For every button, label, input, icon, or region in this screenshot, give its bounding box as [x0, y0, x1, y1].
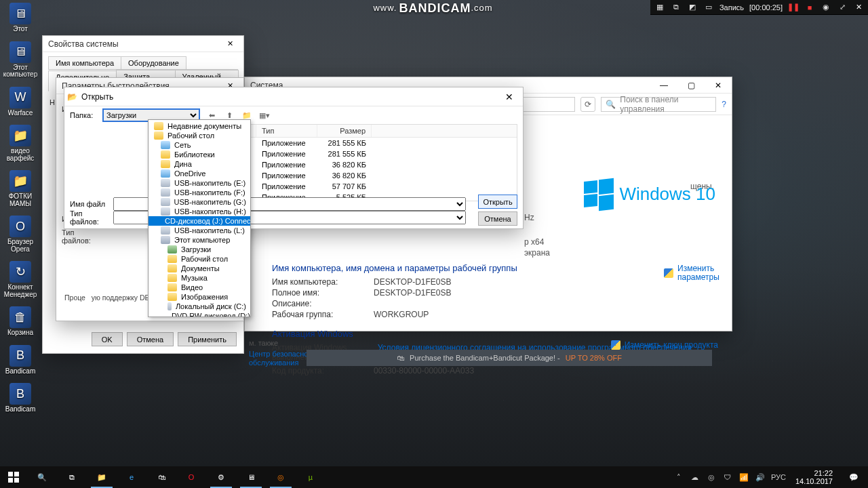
desktop-icon[interactable]: 📁видео варфейс: [5, 125, 35, 162]
tree-item-label: USB-накопитель (H:): [174, 207, 246, 216]
promo-cart-icon: 🛍: [397, 354, 404, 362]
tray-lang[interactable]: РУС: [771, 472, 786, 483]
folder-icon: [167, 255, 177, 263]
bandicam-game-icon[interactable]: ◩: [687, 2, 698, 13]
bandicam-fps-icon[interactable]: ▦: [654, 2, 665, 13]
icon-label: Браузер Opera: [5, 239, 35, 253]
bandicam-device-icon[interactable]: ▭: [703, 2, 714, 13]
views-icon[interactable]: ▦▾: [258, 109, 271, 121]
taskbar-bandicam[interactable]: ◎: [266, 466, 296, 488]
tree-item[interactable]: CD-дисковод (J:) Connect Manager: [149, 216, 250, 226]
tray-defender-icon[interactable]: 🛡: [722, 472, 733, 483]
tray-onedrive-icon[interactable]: ☁: [690, 472, 701, 483]
drive-icon: [167, 302, 172, 310]
bandicam-camera-icon[interactable]: ◉: [821, 2, 831, 13]
search-placeholder: Поиск в панели управления: [620, 95, 711, 114]
sysprops-title: Свойства системы: [43, 39, 119, 49]
taskbar-utorrent[interactable]: µ: [296, 466, 326, 488]
tree-item[interactable]: Изображения: [149, 292, 250, 302]
desktop-icon[interactable]: 🖥Этот: [5, 3, 35, 33]
apply-button[interactable]: Применить: [178, 332, 237, 346]
col-type[interactable]: Тип: [256, 125, 317, 137]
tree-item[interactable]: Рабочий стол: [149, 131, 250, 140]
sysprops-titlebar[interactable]: Свойства системы ✕: [43, 36, 243, 52]
tree-item[interactable]: Загрузки: [149, 245, 250, 254]
nav-refresh-button[interactable]: ⟳: [580, 97, 595, 112]
tree-item[interactable]: USB-накопитель (G:): [149, 197, 250, 207]
taskbar-opera[interactable]: O: [176, 466, 206, 488]
desktop-icon[interactable]: 🖥Этот компьютер: [5, 41, 35, 79]
taskbar-search-icon[interactable]: 🔍: [27, 466, 57, 488]
windows-logo: Windows 10: [584, 179, 715, 209]
open-button[interactable]: Открыть: [478, 195, 517, 209]
start-button[interactable]: [0, 466, 27, 488]
promo-text: Purchase the Bandicam+Bandicut Package! …: [410, 354, 560, 362]
open-titlebar[interactable]: 📂Открыть ✕: [64, 87, 523, 106]
taskbar-edge[interactable]: e: [117, 466, 146, 488]
taskbar-taskview-icon[interactable]: ⧉: [57, 466, 87, 488]
tray-bandicam-icon[interactable]: ◎: [706, 472, 717, 483]
drive-icon: [161, 198, 170, 206]
tree-item[interactable]: Библиотеки: [149, 150, 250, 159]
desktop-icon[interactable]: 📁ФОТКИ МАМЫ: [5, 170, 35, 207]
tray-network-icon[interactable]: 📶: [738, 472, 749, 483]
bandicam-close-button[interactable]: ✕: [853, 2, 864, 13]
tray-chevron-up-icon[interactable]: ˄: [673, 472, 684, 483]
tree-item[interactable]: DVD RW дисковод (D:): [149, 311, 250, 317]
tree-item[interactable]: Локальный диск (C:): [149, 302, 250, 311]
desktop-icon[interactable]: BBandicam: [5, 383, 35, 413]
cancel-button[interactable]: Отмена: [127, 332, 174, 346]
taskbar-settings[interactable]: ⚙: [206, 466, 236, 488]
tree-item[interactable]: Дина: [149, 159, 250, 169]
taskbar-explorer[interactable]: 📁: [87, 466, 117, 488]
tray-volume-icon[interactable]: 🔊: [755, 472, 766, 483]
tree-item[interactable]: USB-накопитель (F:): [149, 188, 250, 197]
workgroup-label: Рабочая группа:: [272, 310, 347, 319]
tree-item[interactable]: USB-накопитель (H:): [149, 207, 250, 216]
help-icon[interactable]: ?: [722, 100, 726, 109]
tree-item-label: OneDrive: [174, 169, 205, 178]
tree-item-label: Видео: [181, 283, 203, 291]
computer-value: DESKTOP-D1FE0SB: [374, 277, 451, 287]
minimize-button[interactable]: —: [650, 77, 677, 94]
close-button[interactable]: ✕: [498, 89, 520, 105]
tree-item[interactable]: OneDrive: [149, 169, 250, 178]
promo-discount: UP TO 28% OFF: [566, 354, 622, 362]
bandicam-stop-button[interactable]: ■: [804, 2, 815, 13]
taskbar-system[interactable]: 🖥: [236, 466, 266, 488]
tree-item[interactable]: Видео: [149, 283, 250, 292]
folder-dropdown-list[interactable]: Недавние документыРабочий столСетьБиблио…: [148, 119, 251, 317]
desktop-icon[interactable]: ↻Коннект Менеджер: [5, 261, 35, 298]
tree-item[interactable]: USB-накопитель (L:): [149, 226, 250, 235]
change-key-link[interactable]: Изменить ключ продукта: [611, 340, 718, 350]
tree-item[interactable]: USB-накопитель (E:): [149, 178, 250, 188]
desktop-icon[interactable]: OБраузер Opera: [5, 216, 35, 253]
close-button[interactable]: ✕: [705, 77, 732, 94]
taskbar-store[interactable]: 🛍: [146, 466, 176, 488]
control-panel-search[interactable]: 🔍 Поиск в панели управления: [601, 97, 716, 112]
change-settings-link[interactable]: Изменить параметры: [664, 264, 718, 282]
bandicam-promo-bar[interactable]: 🛍 Purchase the Bandicam+Bandicut Package…: [307, 350, 712, 366]
ok-button[interactable]: OK: [92, 332, 123, 346]
tree-item[interactable]: Недавние документы: [149, 121, 250, 131]
bandicam-screen-icon[interactable]: ⧉: [671, 2, 682, 13]
bandicam-pause-button[interactable]: ❚❚: [788, 2, 799, 13]
cancel-button[interactable]: Отмена: [478, 211, 517, 226]
desktop-icon[interactable]: WWarface: [5, 87, 35, 117]
tab-hardware[interactable]: Оборудование: [121, 56, 186, 69]
tree-item[interactable]: Рабочий стол: [149, 254, 250, 264]
tree-item[interactable]: Этот компьютер: [149, 235, 250, 245]
desktop-icon[interactable]: 🗑Корзина: [5, 306, 35, 337]
close-button[interactable]: ✕: [216, 36, 243, 52]
tray-clock[interactable]: 21:22 14.10.2017: [791, 469, 837, 485]
tree-item[interactable]: Документы: [149, 264, 250, 273]
maximize-button[interactable]: ▢: [677, 77, 705, 94]
bandicam-expand-icon[interactable]: ⤢: [837, 2, 848, 13]
desktop-icon[interactable]: BBandicam: [5, 345, 35, 375]
col-size[interactable]: Размер: [317, 125, 372, 137]
tree-item[interactable]: Музыка: [149, 273, 250, 283]
tree-item[interactable]: Сеть: [149, 140, 250, 150]
action-center-icon[interactable]: 💬: [842, 466, 865, 488]
tab-computer-name[interactable]: Имя компьютера: [48, 56, 121, 69]
tree-item-label: Документы: [181, 264, 220, 272]
